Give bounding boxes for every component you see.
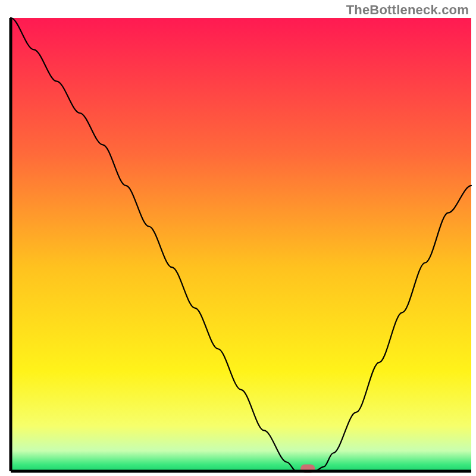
chart-container: TheBottleneck.com (0, 0, 476, 476)
plot-background (11, 18, 471, 471)
watermark-text: TheBottleneck.com (346, 2, 469, 18)
bottleneck-chart (0, 0, 476, 476)
